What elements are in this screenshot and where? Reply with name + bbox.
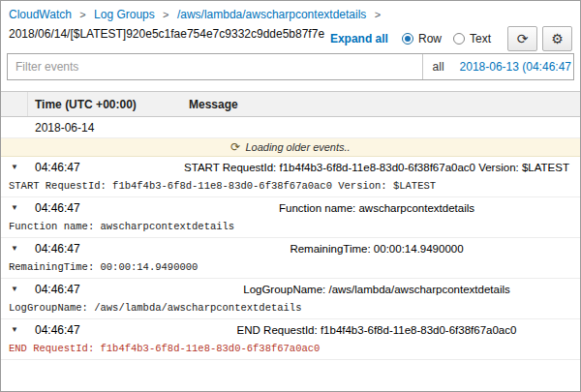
message-column-header: Message xyxy=(181,98,580,111)
event-message: LogGroupName: /aws/lambda/awscharpcontex… xyxy=(181,284,580,295)
collapse-caret-icon: ▼ xyxy=(1,163,28,171)
collapse-caret-icon: ▼ xyxy=(1,285,28,293)
event-message: START RequestId: f1b4f4b3-6f8d-11e8-83d0… xyxy=(181,162,580,173)
log-event-row[interactable]: ▼ 04:46:47 RemainingTime: 00:00:14.94900… xyxy=(1,238,580,258)
table-header: Time (UTC +00:00) Message xyxy=(1,92,580,117)
breadcrumb-separator: > xyxy=(163,9,168,20)
breadcrumb-log-groups-link[interactable]: Log Groups xyxy=(94,8,155,21)
caret-column-header xyxy=(1,92,28,116)
event-time: 04:46:47 xyxy=(28,323,181,337)
radio-unselected-icon xyxy=(453,33,465,45)
date-range-link[interactable]: 2018-06-13 (04:46:47 xyxy=(454,54,573,79)
text-view-radio[interactable]: Text xyxy=(453,32,491,45)
breadcrumb-separator: > xyxy=(375,9,381,20)
event-message: Function name: awscharpcontextdetails xyxy=(181,202,580,214)
event-time: 04:46:47 xyxy=(28,201,181,215)
event-time: 04:46:47 xyxy=(28,283,181,296)
log-event-detail: RemainingTime: 00:00:14.9490000 xyxy=(1,258,580,279)
log-event-detail: Function name: awscharpcontextdetails xyxy=(1,218,580,238)
breadcrumb-separator: > xyxy=(79,9,85,20)
log-event-row[interactable]: ▼ 04:46:47 LogGroupName: /aws/lambda/aws… xyxy=(1,279,580,299)
settings-button[interactable]: ⚙ xyxy=(542,26,572,51)
event-time: 04:46:47 xyxy=(28,242,181,256)
streams-scope-link[interactable]: all xyxy=(423,54,454,79)
log-event-group: ▼ 04:46:47 END RequestId: f1b4f4b3-6f8d-… xyxy=(1,319,580,360)
date-divider-row: 2018-06-14 xyxy=(1,117,580,138)
row-view-radio-label: Row xyxy=(418,32,442,45)
log-event-group: ▼ 04:46:47 Function name: awscharpcontex… xyxy=(1,197,580,238)
log-event-row[interactable]: ▼ 04:46:47 START RequestId: f1b4f4b3-6f8… xyxy=(1,157,580,177)
time-column-header: Time (UTC +00:00) xyxy=(28,98,181,111)
event-message: RemainingTime: 00:00:14.9490000 xyxy=(181,243,580,255)
event-time: 04:46:47 xyxy=(28,161,181,174)
breadcrumb-log-group-link[interactable]: /aws/lambda/awscharpcontextdetails xyxy=(177,8,366,21)
top-bar: CloudWatch > Log Groups > /aws/lambda/aw… xyxy=(1,1,580,45)
log-event-row[interactable]: ▼ 04:46:47 END RequestId: f1b4f4b3-6f8d-… xyxy=(1,319,580,340)
collapse-caret-icon: ▼ xyxy=(1,244,28,253)
breadcrumb-cloudwatch-link[interactable]: CloudWatch xyxy=(9,8,72,21)
log-event-row[interactable]: ▼ 04:46:47 Function name: awscharpcontex… xyxy=(1,197,580,218)
log-event-detail: END RequestId: f1b4f4b3-6f8d-11e8-83d0-6… xyxy=(1,340,580,360)
cloudwatch-log-events-page: CloudWatch > Log Groups > /aws/lambda/aw… xyxy=(0,0,581,392)
log-event-group: ▼ 04:46:47 LogGroupName: /aws/lambda/aws… xyxy=(1,279,580,319)
log-event-group: ▼ 04:46:47 RemainingTime: 00:00:14.94900… xyxy=(1,238,580,279)
refresh-icon: ⟳ xyxy=(517,31,529,46)
log-event-group: ▼ 04:46:47 START RequestId: f1b4f4b3-6f8… xyxy=(1,157,580,197)
filter-bar: all 2018-06-13 (04:46:47 xyxy=(7,53,574,80)
loading-older-events-row: ⟳ Loading older events.. xyxy=(1,138,580,157)
view-controls: Expand all Row Text ⟳ ⚙ xyxy=(330,26,572,51)
filter-events-input[interactable] xyxy=(8,54,422,79)
loading-text: Loading older events.. xyxy=(245,141,350,153)
collapse-caret-icon: ▼ xyxy=(1,203,28,212)
text-view-radio-label: Text xyxy=(470,32,491,45)
breadcrumb: CloudWatch > Log Groups > /aws/lambda/aw… xyxy=(9,8,572,21)
gear-icon: ⚙ xyxy=(551,31,564,46)
log-event-detail: LogGroupName: /aws/lambda/awscharpcontex… xyxy=(1,299,580,319)
radio-selected-icon xyxy=(402,33,413,45)
log-events-table: Time (UTC +00:00) Message 2018-06-14 ⟳ L… xyxy=(1,91,580,360)
refresh-button[interactable]: ⟳ xyxy=(507,26,537,51)
loading-spinner-icon: ⟳ xyxy=(230,140,240,154)
event-message: END RequestId: f1b4f4b3-6f8d-11e8-83d0-6… xyxy=(181,324,580,336)
collapse-caret-icon: ▼ xyxy=(1,325,28,334)
log-event-detail: START RequestId: f1b4f4b3-6f8d-11e8-83d0… xyxy=(1,177,580,197)
row-view-radio[interactable]: Row xyxy=(402,32,442,45)
expand-all-link[interactable]: Expand all xyxy=(330,32,388,45)
